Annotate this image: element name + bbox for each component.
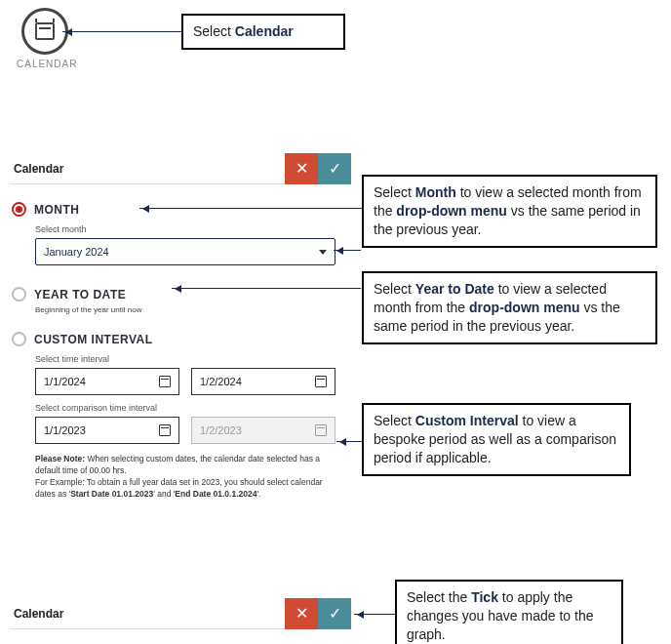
tick-icon: ✓	[329, 159, 341, 178]
arrow-to-month	[139, 208, 362, 209]
comparison-interval-sublabel: Select comparison time interval	[35, 403, 349, 413]
radio-icon	[12, 202, 26, 217]
month-select[interactable]: January 2024	[35, 238, 336, 265]
apply-button[interactable]: ✓	[318, 598, 351, 629]
start-date-value: 1/1/2024	[44, 376, 86, 387]
option-month[interactable]: MONTH	[12, 202, 349, 217]
close-icon: ✕	[296, 159, 308, 178]
comparison-start-date-value: 1/1/2023	[44, 424, 86, 436]
select-month-sublabel: Select month	[35, 224, 349, 234]
apply-button[interactable]: ✓	[318, 153, 351, 184]
panel-header: Calendar ✕ ✓	[10, 598, 351, 629]
end-date-input[interactable]: 1/2/2024	[191, 368, 336, 395]
comparison-start-date-input[interactable]: 1/1/2023	[35, 417, 179, 444]
callout-month: Select Month to view a selected month fr…	[362, 175, 657, 248]
option-ytd-label: YEAR TO DATE	[34, 288, 126, 302]
option-custom-label: CUSTOM INTERVAL	[34, 333, 153, 346]
arrow-to-selectbox	[334, 250, 361, 251]
radio-icon	[12, 287, 26, 302]
panel-header: Calendar ✕ ✓	[10, 153, 351, 184]
arrow-to-tick	[354, 614, 395, 615]
callout-tick: Select the Tick to apply the changes you…	[395, 580, 623, 644]
calendar-icon	[35, 22, 55, 40]
close-icon: ✕	[296, 604, 308, 623]
panel-title: Calendar	[10, 162, 63, 176]
arrow-to-ytd	[172, 288, 361, 289]
comparison-end-date-value: 1/2/2023	[200, 424, 242, 436]
start-date-input[interactable]: 1/1/2024	[35, 368, 179, 395]
close-button[interactable]: ✕	[285, 598, 318, 629]
custom-note: Please Note: When selecting custom dates…	[35, 454, 337, 501]
ytd-note: Beginning of the year until now	[35, 305, 349, 314]
calendar-panel-bottom: Calendar ✕ ✓	[10, 598, 351, 629]
calendar-icon	[159, 424, 171, 436]
time-interval-sublabel: Select time interval	[35, 354, 349, 364]
calendar-icon	[315, 376, 327, 387]
option-custom-interval[interactable]: CUSTOM INTERVAL	[12, 332, 349, 346]
radio-icon	[12, 332, 26, 346]
callout-ytd: Select Year to Date to view a selected m…	[362, 271, 657, 344]
panel-title: Calendar	[10, 607, 63, 621]
close-button[interactable]: ✕	[285, 153, 318, 184]
end-date-value: 1/2/2024	[200, 376, 242, 387]
callout-custom: Select Custom Interval to view a bespoke…	[362, 403, 631, 476]
arrow-to-custom	[336, 441, 362, 442]
option-month-label: MONTH	[34, 203, 80, 217]
calendar-tool-label: CALENDAR	[17, 59, 77, 69]
calendar-panel: Calendar ✕ ✓ MONTH Select month January …	[10, 153, 351, 501]
tick-icon: ✓	[329, 604, 341, 623]
calendar-icon	[159, 376, 171, 387]
month-select-value: January 2024	[44, 246, 109, 258]
arrow-to-calendar	[62, 31, 181, 32]
caret-down-icon	[319, 250, 327, 255]
comparison-end-date-input[interactable]: 1/2/2023	[191, 417, 336, 444]
calendar-icon	[315, 424, 327, 436]
callout-select-calendar: Select Calendar	[181, 14, 345, 50]
